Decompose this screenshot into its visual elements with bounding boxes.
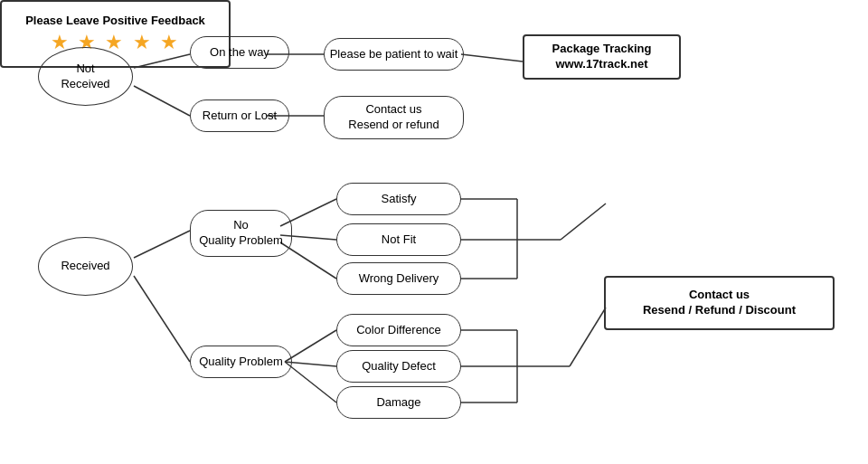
svg-line-5 — [134, 231, 190, 258]
svg-line-3 — [461, 54, 523, 62]
return-lost-node: Return or Lost — [190, 99, 289, 132]
contact-resend-refund-node: Contact us Resend or refund — [324, 96, 464, 139]
quality-defect-node: Quality Defect — [336, 350, 461, 383]
svg-line-17 — [285, 362, 336, 366]
satisfy-node: Satisfy — [336, 183, 461, 215]
svg-line-16 — [285, 330, 336, 362]
received-node: Received — [38, 237, 133, 296]
on-the-way-node: On the way — [190, 36, 289, 69]
diagram: Not Received On the way Please be patien… — [0, 0, 868, 464]
no-quality-node: No Quality Problem — [190, 210, 292, 257]
svg-line-15 — [561, 204, 606, 240]
not-received-node: Not Received — [38, 47, 133, 106]
svg-line-1 — [134, 86, 190, 116]
quality-problem-node: Quality Problem — [190, 346, 292, 378]
svg-line-24 — [570, 308, 606, 366]
damage-node: Damage — [336, 386, 461, 419]
svg-line-6 — [134, 276, 190, 362]
not-fit-node: Not Fit — [336, 223, 461, 256]
svg-line-18 — [285, 362, 336, 402]
feedback-label: Please Leave Positive Feedback — [25, 14, 205, 27]
patient-node: Please be patient to wait — [324, 38, 464, 71]
contact-resend-discount-node: Contact us Resend / Refund / Discount — [604, 276, 835, 330]
color-diff-node: Color Difference — [336, 314, 461, 346]
package-tracking-node: Package Tracking www.17track.net — [523, 34, 681, 80]
wrong-delivery-node: Wrong Delivery — [336, 262, 461, 295]
